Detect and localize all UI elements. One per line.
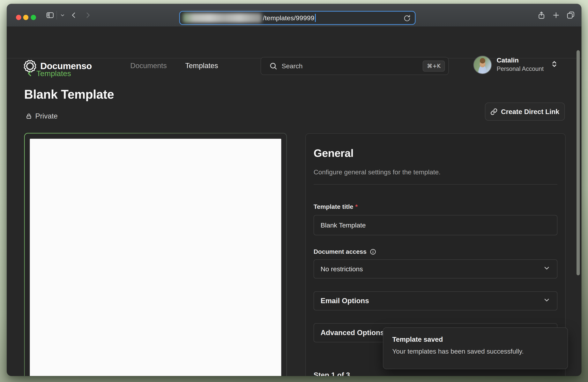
email-options-accordion[interactable]: Email Options <box>314 291 557 310</box>
url-blurred-domain <box>183 13 262 23</box>
forward-button[interactable] <box>83 11 92 20</box>
info-icon[interactable] <box>370 248 376 255</box>
document-preview-card <box>24 133 287 376</box>
sidebar-toggle-button[interactable] <box>45 11 55 20</box>
document-access-label: Document access <box>314 248 367 255</box>
desktop-background: /templates/99999 <box>0 0 588 382</box>
panel-heading: General <box>314 147 557 159</box>
account-name: Catalin <box>497 57 519 64</box>
document-access-value: No restrictions <box>321 265 363 273</box>
lock-icon <box>25 113 32 119</box>
search-shortcut-badge: ⌘+K <box>423 60 445 72</box>
template-title-label: Template title <box>314 203 353 210</box>
share-icon <box>537 11 546 19</box>
chevron-right-icon <box>84 11 92 19</box>
new-tab-button[interactable] <box>551 11 561 20</box>
traffic-light-close[interactable] <box>16 15 21 20</box>
required-asterisk: * <box>355 203 357 210</box>
advanced-options-label: Advanced Options <box>321 329 384 337</box>
search-bar[interactable]: ⌘+K <box>261 57 449 75</box>
avatar <box>473 56 492 74</box>
page-title: Blank Template <box>24 87 114 102</box>
chevrons-up-down-icon <box>550 59 559 69</box>
search-icon <box>269 62 277 70</box>
breadcrumb-label: Templates <box>36 69 71 78</box>
document-page <box>30 139 281 376</box>
toast-message: Your templates has been saved successful… <box>392 347 559 355</box>
nav-templates[interactable]: Templates <box>185 62 218 70</box>
template-title-input[interactable] <box>314 215 557 235</box>
chevron-down-icon <box>59 12 66 18</box>
traffic-light-zoom[interactable] <box>31 15 36 20</box>
document-access-select[interactable]: No restrictions <box>314 259 557 278</box>
toolbar-separator <box>57 11 57 19</box>
account-menu[interactable]: Catalin Personal Account <box>472 55 559 75</box>
step-indicator: Step 1 of 3 <box>314 371 557 376</box>
back-button[interactable] <box>69 11 79 20</box>
chevron-left-icon <box>26 70 34 77</box>
chevron-down-icon <box>543 265 550 273</box>
tabs-overview-icon <box>566 11 575 19</box>
url-field[interactable]: /templates/99999 <box>179 11 416 25</box>
reload-icon <box>403 14 411 22</box>
scrollbar-thumb[interactable] <box>576 50 580 275</box>
create-direct-link-button[interactable]: Create Direct Link <box>485 103 565 121</box>
document-preview-inner <box>25 134 286 376</box>
sidebar-toggle-icon <box>46 11 54 19</box>
toast-title: Template saved <box>392 336 559 343</box>
traffic-light-minimize[interactable] <box>23 15 28 20</box>
app-header: Documenso Documents Templates ⌘+K Catali… <box>7 26 581 58</box>
sidebar-menu-button[interactable] <box>58 11 67 20</box>
panel-description: Configure general settings for the templ… <box>314 168 557 176</box>
text-cursor <box>315 14 316 22</box>
tab-overview-button[interactable] <box>566 11 575 20</box>
create-direct-link-label: Create Direct Link <box>501 108 559 115</box>
visibility-label: Private <box>35 112 58 120</box>
document-access-label-row: Document access <box>314 248 557 255</box>
link-icon <box>490 108 497 115</box>
url-path-text: /templates/99999 <box>263 14 314 22</box>
template-title-label-row: Template title * <box>314 203 557 210</box>
share-button[interactable] <box>537 11 546 20</box>
panel-divider <box>314 184 557 185</box>
browser-window: /templates/99999 <box>7 4 581 376</box>
toast-notification: Template saved Your templates has been s… <box>383 327 568 369</box>
chevron-left-icon <box>69 11 78 19</box>
browser-titlebar: /templates/99999 <box>7 4 581 26</box>
nav-documents[interactable]: Documents <box>130 62 167 70</box>
email-options-label: Email Options <box>321 297 369 305</box>
plus-icon <box>552 11 560 19</box>
reload-button[interactable] <box>402 14 412 23</box>
visibility-row: Private <box>25 112 58 120</box>
account-type: Personal Account <box>497 65 544 72</box>
chevron-down-icon <box>543 296 550 306</box>
search-input[interactable] <box>282 62 423 70</box>
breadcrumb-back-link[interactable]: Templates <box>26 69 71 78</box>
